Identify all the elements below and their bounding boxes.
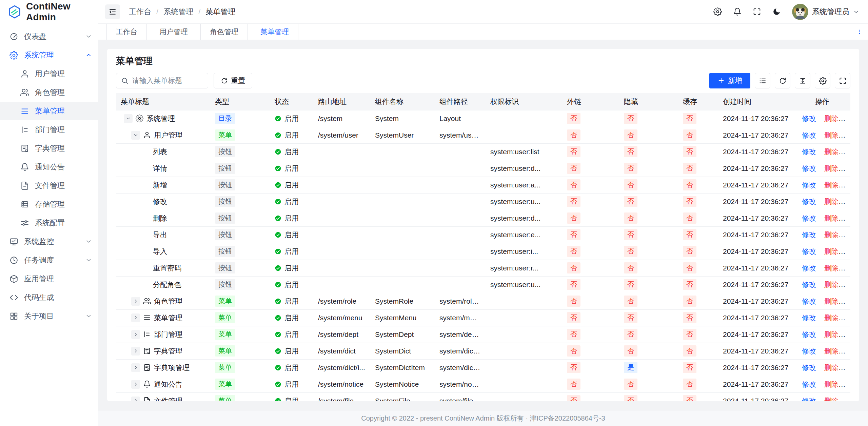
row-expander-right[interactable] [131,380,140,389]
action-delete[interactable]: 删除 [824,198,839,205]
tab-0[interactable]: 工作台 [106,24,147,40]
table-settings-button[interactable] [815,73,830,88]
sidebar-item-dict[interactable]: 字典管理 [0,139,98,158]
table-row: 系统管理 目录 启用 /system System Layout 否 否 否 2… [116,110,850,127]
external-badge: 否 [567,179,580,190]
sidebar-item-box[interactable]: 应用管理 [0,269,98,288]
sidebar-item-sliders[interactable]: 系统配置 [0,214,98,232]
action-modify[interactable]: 修改 [802,214,816,222]
search-input[interactable] [132,77,203,85]
action-modify[interactable]: 修改 [802,198,816,205]
action-modify[interactable]: 修改 [802,231,816,239]
action-modify[interactable]: 修改 [802,314,816,322]
action-add[interactable]: 新增 [847,115,850,122]
tab-1[interactable]: 用户管理 [150,24,197,40]
action-add[interactable]: 新增 [847,314,850,322]
reset-button[interactable]: 重置 [214,73,252,88]
tab-options-button[interactable] [851,24,868,40]
action-modify[interactable]: 修改 [802,281,816,288]
collapse-sidebar-button[interactable] [105,4,120,19]
action-modify[interactable]: 修改 [802,181,816,189]
column-list-button[interactable] [755,73,770,88]
action-delete[interactable]: 删除 [824,231,839,239]
sidebar-item-file[interactable]: 文件管理 [0,176,98,195]
action-modify[interactable]: 修改 [802,148,816,156]
action-delete[interactable]: 删除 [824,281,839,288]
action-modify[interactable]: 修改 [802,364,816,371]
action-modify[interactable]: 修改 [802,247,816,255]
action-modify[interactable]: 修改 [802,330,816,338]
sidebar-item-users[interactable]: 角色管理 [0,83,98,102]
action-delete[interactable]: 删除 [824,297,839,305]
action-modify[interactable]: 修改 [802,347,816,355]
permission-code: system:user:d... [486,160,562,177]
action-delete[interactable]: 删除 [824,214,839,222]
tab-2[interactable]: 角色管理 [200,24,248,40]
status-text: 启用 [284,130,299,140]
action-modify[interactable]: 修改 [802,131,816,139]
sidebar-item-tree[interactable]: 部门管理 [0,120,98,139]
row-height-button[interactable] [795,73,810,88]
row-expander-right[interactable] [131,363,140,372]
sidebar-item-monitor[interactable]: 系统监控 [0,232,98,251]
user-menu[interactable]: 系统管理员 [792,4,859,20]
sidebar-item-menu[interactable]: 菜单管理 [0,102,98,120]
action-modify[interactable]: 修改 [802,264,816,272]
table-refresh-button[interactable] [775,73,790,88]
row-expander-right[interactable] [131,330,140,339]
action-delete[interactable]: 删除 [824,397,839,401]
action-add[interactable]: 新增 [847,397,850,401]
action-modify[interactable]: 修改 [802,164,816,172]
action-delete[interactable]: 删除 [824,380,839,388]
action-delete[interactable]: 删除 [824,364,839,371]
row-expander-right[interactable] [131,297,140,306]
action-delete[interactable]: 删除 [824,264,839,272]
action-delete[interactable]: 删除 [824,131,839,139]
settings-button[interactable] [713,7,722,16]
row-expander-down[interactable] [131,131,140,140]
table-row: 导出 按钮 启用 system:user:e... 否 否 否 2024-11-… [116,226,850,243]
breadcrumb-item[interactable]: 系统管理 [163,7,193,17]
action-add[interactable]: 新增 [847,364,850,371]
action-modify[interactable]: 修改 [802,115,816,122]
action-delete[interactable]: 删除 [824,247,839,255]
logo[interactable]: ContiNew Admin [0,0,98,24]
sidebar-item-user[interactable]: 用户管理 [0,64,98,83]
sidebar-item-gear[interactable]: 系统管理 [0,46,98,64]
row-expander-right[interactable] [131,313,140,322]
notifications-button[interactable] [733,7,742,16]
row-expander-right[interactable] [131,347,140,356]
sidebar-item-dashboard[interactable]: 仪表盘 [0,27,98,46]
action-add[interactable]: 新增 [847,131,850,139]
fullscreen-button[interactable] [753,7,761,16]
action-delete[interactable]: 删除 [824,314,839,322]
action-add[interactable]: 新增 [847,380,850,388]
action-delete[interactable]: 删除 [824,330,839,338]
cache-badge: 否 [683,196,696,207]
sidebar-item-storage[interactable]: 存储管理 [0,195,98,214]
action-delete[interactable]: 删除 [824,164,839,172]
table-fullscreen-button[interactable] [835,73,850,88]
sidebar-item-grid[interactable]: 关于项目 [0,307,98,325]
action-add[interactable]: 新增 [847,347,850,355]
dark-mode-button[interactable] [772,7,781,16]
action-modify[interactable]: 修改 [802,380,816,388]
sidebar-item-clock[interactable]: 任务调度 [0,251,98,269]
action-modify[interactable]: 修改 [802,397,816,401]
sidebar-item-code[interactable]: 代码生成 [0,288,98,307]
action-modify[interactable]: 修改 [802,297,816,305]
row-expander-down[interactable] [124,114,133,123]
action-add[interactable]: 新增 [847,297,850,305]
gear-icon [713,7,722,16]
action-add[interactable]: 新增 [847,330,850,338]
sidebar-item-bell[interactable]: 通知公告 [0,158,98,176]
row-expander-right[interactable] [131,397,140,401]
tab-3[interactable]: 菜单管理 [251,24,298,40]
permission-code [486,326,562,343]
action-delete[interactable]: 删除 [824,115,839,122]
action-delete[interactable]: 删除 [824,347,839,355]
breadcrumb-item[interactable]: 工作台 [129,7,151,17]
add-button[interactable]: 新增 [709,73,750,88]
action-delete[interactable]: 删除 [824,148,839,156]
action-delete[interactable]: 删除 [824,181,839,189]
